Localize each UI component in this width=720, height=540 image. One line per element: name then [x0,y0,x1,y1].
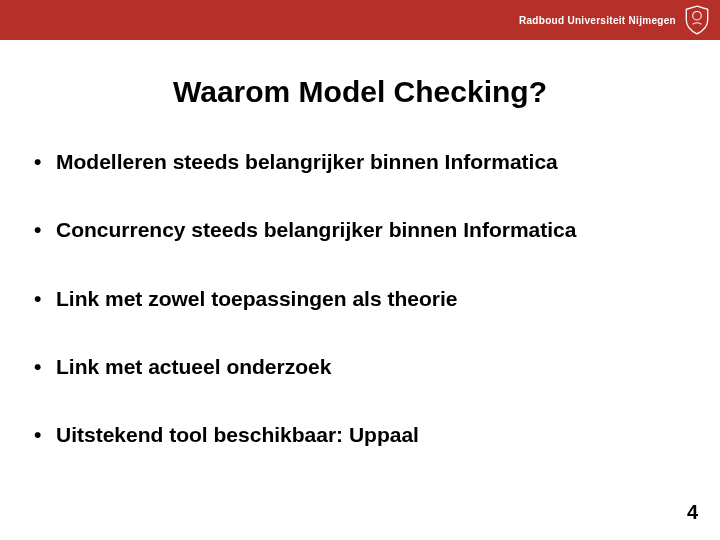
slide-title: Waarom Model Checking? [0,75,720,109]
list-item: Modelleren steeds belangrijker binnen In… [32,149,688,175]
bullet-list: Modelleren steeds belangrijker binnen In… [0,149,720,448]
university-name: Radboud Universiteit Nijmegen [519,15,676,26]
list-item: Uitstekend tool beschikbaar: Uppaal [32,422,688,448]
list-item: Link met actueel onderzoek [32,354,688,380]
page-number: 4 [687,501,698,524]
university-seal-icon [684,5,710,35]
svg-point-0 [693,11,702,20]
list-item: Link met zowel toepassingen als theorie [32,286,688,312]
header-bar: Radboud Universiteit Nijmegen [0,0,720,40]
list-item: Concurrency steeds belangrijker binnen I… [32,217,688,243]
